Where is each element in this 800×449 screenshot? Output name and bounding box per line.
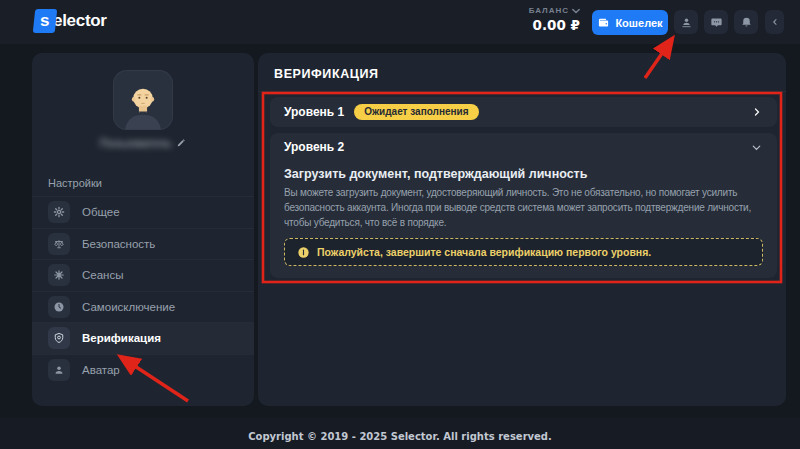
user-icon bbox=[680, 16, 693, 29]
top-header: s elector БАЛАНС 0.00 ₽ Кошелек bbox=[0, 0, 800, 44]
notifications-button[interactable] bbox=[734, 10, 758, 34]
profile-button[interactable] bbox=[674, 10, 698, 34]
sidebar-item-label: Самоисключение bbox=[82, 301, 175, 313]
bell-icon bbox=[740, 16, 753, 29]
clock-icon bbox=[48, 296, 70, 318]
profile-name-edit[interactable]: Пользователь bbox=[32, 137, 254, 149]
settings-section-label: Настройки bbox=[48, 177, 102, 189]
document-upload-heading: Загрузить документ, подтверждающий лично… bbox=[284, 167, 763, 181]
chevron-left-icon bbox=[770, 17, 780, 27]
document-upload-description: Вы можете загрузить документ, удостоверя… bbox=[284, 185, 763, 230]
warning-text: Пожалуйста, завершите сначала верификаци… bbox=[317, 246, 651, 258]
level-2-header[interactable]: Уровень 2 bbox=[284, 133, 763, 161]
wallet-button[interactable]: Кошелек bbox=[592, 10, 668, 35]
settings-sidebar: Пользователь Настройки Общее Безопасност… bbox=[32, 53, 254, 406]
sidebar-item-sessions[interactable]: Сеансы bbox=[32, 259, 254, 291]
sidebar-item-label: Верификация bbox=[82, 332, 161, 344]
settings-nav: Общее Безопасность Сеансы Самоисключение… bbox=[32, 196, 254, 385]
level-2-title: Уровень 2 bbox=[284, 140, 344, 154]
avatar-illustration bbox=[117, 80, 169, 130]
sidebar-item-label: Общее bbox=[82, 206, 120, 218]
sidebar-item-general[interactable]: Общее bbox=[32, 196, 254, 228]
balance-label: БАЛАНС bbox=[529, 6, 569, 15]
chevron-down-icon bbox=[750, 141, 763, 154]
sidebar-item-self-exclusion[interactable]: Самоисключение bbox=[32, 291, 254, 323]
support-chat-button[interactable] bbox=[704, 10, 728, 34]
wallet-button-label: Кошелек bbox=[615, 17, 662, 29]
profile-name: Пользователь bbox=[100, 137, 171, 149]
verification-panel: ВЕРИФИКАЦИЯ Уровень 1 Ожидает заполнения… bbox=[258, 53, 786, 406]
sidebar-item-label: Сеансы bbox=[82, 269, 123, 281]
brand-logo[interactable]: s elector bbox=[34, 9, 107, 33]
page-footer: Copyright © 2019 - 2025 Selector. All ri… bbox=[0, 418, 800, 449]
collapse-panel-button[interactable] bbox=[765, 10, 784, 34]
wallet-icon bbox=[597, 16, 610, 29]
avatar[interactable] bbox=[113, 70, 173, 130]
warning-notice: Пожалуйста, завершите сначала верификаци… bbox=[284, 238, 763, 266]
person-icon bbox=[48, 359, 70, 381]
chevron-right-icon bbox=[751, 106, 763, 118]
logo-accent-tile: s bbox=[33, 9, 58, 33]
edit-pencil-icon bbox=[176, 138, 186, 148]
balance-value: 0.00 ₽ bbox=[529, 17, 580, 33]
chat-icon bbox=[710, 16, 723, 29]
page-title: ВЕРИФИКАЦИЯ bbox=[258, 53, 786, 92]
sidebar-item-label: Аватар bbox=[82, 364, 120, 376]
chevron-down-icon bbox=[572, 8, 580, 14]
info-icon bbox=[297, 246, 310, 259]
level-1-title: Уровень 1 bbox=[284, 105, 344, 119]
sidebar-item-security[interactable]: Безопасность bbox=[32, 228, 254, 260]
status-badge: Ожидает заполнения bbox=[354, 104, 478, 120]
balance-block: БАЛАНС 0.00 ₽ bbox=[529, 6, 580, 33]
level-2-panel: Уровень 2 Загрузить документ, подтвержда… bbox=[270, 133, 777, 278]
sidebar-item-label: Безопасность bbox=[82, 238, 155, 250]
sidebar-item-verification[interactable]: Верификация bbox=[32, 322, 254, 354]
balance-dropdown[interactable]: БАЛАНС bbox=[529, 6, 580, 15]
level-1-panel[interactable]: Уровень 1 Ожидает заполнения bbox=[270, 97, 777, 127]
logo-text: elector bbox=[53, 11, 107, 31]
gear-icon bbox=[48, 201, 70, 223]
sidebar-item-avatar[interactable]: Аватар bbox=[32, 354, 254, 386]
shield-check-icon bbox=[48, 327, 70, 349]
sessions-asterisk-icon bbox=[48, 264, 70, 286]
copyright-text: Copyright © 2019 - 2025 Selector. All ri… bbox=[248, 425, 552, 442]
scales-icon bbox=[48, 233, 70, 255]
